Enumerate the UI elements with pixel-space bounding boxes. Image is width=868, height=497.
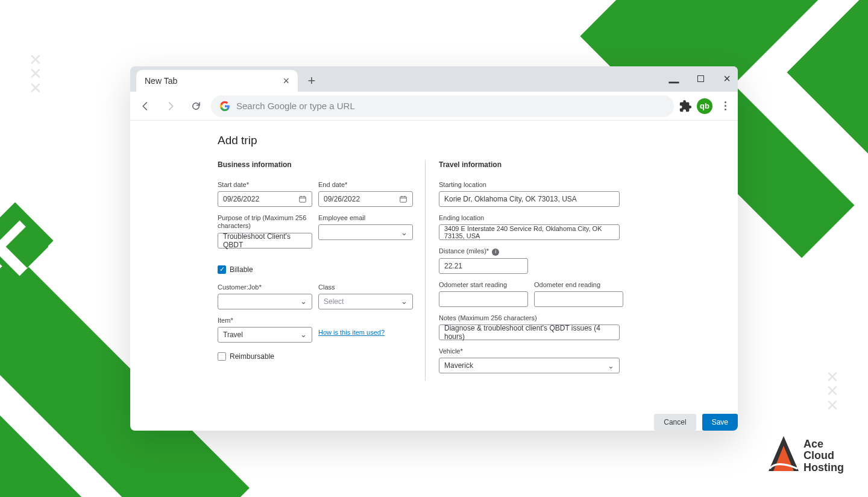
toolbar: Search Google or type a URL qb <box>130 92 738 121</box>
logo-mark <box>767 435 800 472</box>
ending-location-input[interactable]: 3409 E Interstate 240 Service Rd, Oklaho… <box>439 224 620 240</box>
chevron-down-icon: ⌄ <box>300 297 307 306</box>
tab-strip: New Tab × + × <box>130 66 738 92</box>
menu-button[interactable] <box>717 101 733 110</box>
reload-button[interactable] <box>186 96 206 116</box>
purpose-input[interactable]: Troubleshoot Client's QBDT <box>218 233 312 248</box>
address-bar[interactable]: Search Google or type a URL <box>211 95 674 117</box>
business-info-column: Business information Start date* 09/26/2… <box>218 160 426 381</box>
field-label: Purpose of trip (Maximum 256 characters) <box>218 214 312 230</box>
input-value: Maverick <box>444 361 473 370</box>
field-label: Vehicle* <box>439 347 631 355</box>
page-title: Add trip <box>218 134 650 147</box>
start-date-input[interactable]: 09/26/2022 <box>218 191 312 207</box>
field-label: Notes (Maximum 256 characters) <box>439 314 631 322</box>
distance-input[interactable]: 22.21 <box>439 258 528 274</box>
input-value: Korie Dr, Oklahoma City, OK 73013, USA <box>444 195 577 203</box>
field-label: End date* <box>318 181 413 189</box>
starting-location-input[interactable]: Korie Dr, Oklahoma City, OK 73013, USA <box>439 191 620 207</box>
close-icon[interactable]: × <box>283 75 289 87</box>
omnibox-placeholder: Search Google or type a URL <box>236 101 355 111</box>
vehicle-field: Vehicle* Maverick ⌄ <box>439 347 631 373</box>
logo-line: Ace <box>804 438 844 451</box>
input-value: Troubleshoot Client's QBDT <box>223 232 307 249</box>
calendar-icon <box>298 195 307 203</box>
quickbooks-extension-icon[interactable]: qb <box>697 98 712 114</box>
input-value: Select <box>324 297 344 306</box>
field-label: Ending location <box>439 214 631 222</box>
field-label: Odometer start reading <box>439 281 528 289</box>
window-controls: × <box>667 71 734 86</box>
page-content: Add trip Business information Start date… <box>130 121 738 431</box>
logo-line: Hosting <box>804 462 844 474</box>
input-value: Travel <box>223 331 243 339</box>
ace-cloud-hosting-logo: Ace Cloud Hosting <box>767 435 844 474</box>
field-label: Customer:Job* <box>218 283 312 291</box>
cancel-button[interactable]: Cancel <box>654 414 696 431</box>
browser-window: New Tab × + × Search Google or type a UR… <box>130 66 738 431</box>
maximize-button[interactable] <box>693 71 708 86</box>
input-value: 09/26/2022 <box>324 195 360 203</box>
odometer-end-field: Odometer end reading <box>534 281 623 307</box>
checkbox-label: Billable <box>230 265 253 274</box>
odometer-start-input[interactable] <box>439 291 528 307</box>
start-date-field: Start date* 09/26/2022 <box>218 181 312 207</box>
starting-location-field: Starting location Korie Dr, Oklahoma Cit… <box>439 181 631 207</box>
action-buttons: Cancel Save <box>654 414 738 431</box>
input-value: Diagnose & troubleshoot client's QBDT is… <box>444 324 614 341</box>
logo-text: Ace Cloud Hosting <box>804 438 844 474</box>
odometer-start-field: Odometer start reading <box>439 281 528 307</box>
calendar-icon <box>399 195 407 203</box>
tab-title: New Tab <box>145 76 177 86</box>
notes-input[interactable]: Diagnose & troubleshoot client's QBDT is… <box>439 324 620 340</box>
item-help-link[interactable]: How is this item used? <box>318 329 413 336</box>
label-text: Distance (miles)* <box>439 247 489 255</box>
employee-email-select[interactable]: ⌄ <box>318 224 413 240</box>
close-button[interactable]: × <box>720 71 734 86</box>
class-field: Class Select ⌄ <box>318 283 413 309</box>
decoration-x: ✕✕✕ <box>29 53 42 95</box>
svg-rect-1 <box>300 197 306 202</box>
forward-button[interactable] <box>160 96 181 116</box>
decoration-x: ✕✕✕ <box>826 370 839 413</box>
new-tab-button[interactable]: + <box>303 72 321 90</box>
vehicle-select[interactable]: Maverick ⌄ <box>439 358 620 373</box>
svg-rect-5 <box>400 197 407 202</box>
travel-info-column: Travel information Starting location Kor… <box>426 160 631 381</box>
customer-job-select[interactable]: ⌄ <box>218 294 312 309</box>
checkbox-icon <box>218 352 226 361</box>
field-label: Employee email <box>318 214 413 222</box>
billable-checkbox-row[interactable]: ✓ Billable <box>218 265 413 274</box>
form-columns: Business information Start date* 09/26/2… <box>218 160 650 381</box>
chevron-down-icon: ⌄ <box>608 361 614 370</box>
tab-new[interactable]: New Tab × <box>136 70 298 92</box>
odometer-end-input[interactable] <box>534 291 623 307</box>
checkbox-label: Reimbursable <box>230 352 274 361</box>
input-value: 09/26/2022 <box>223 195 259 203</box>
google-icon <box>219 101 230 112</box>
input-value: 22.21 <box>444 262 462 270</box>
ending-location-field: Ending location 3409 E Interstate 240 Se… <box>439 214 631 240</box>
field-label: Start date* <box>218 181 312 189</box>
section-heading: Business information <box>218 160 413 169</box>
minimize-button[interactable] <box>667 71 681 86</box>
item-field: Item* Travel ⌄ <box>218 317 312 343</box>
save-button[interactable]: Save <box>702 414 738 431</box>
chevron-down-icon: ⌄ <box>401 297 407 306</box>
reimbursable-checkbox-row[interactable]: Reimbursable <box>218 352 413 361</box>
end-date-field: End date* 09/26/2022 <box>318 181 413 207</box>
extensions-icon[interactable] <box>679 100 692 113</box>
class-select[interactable]: Select ⌄ <box>318 294 413 309</box>
logo-line: Cloud <box>804 450 844 462</box>
item-select[interactable]: Travel ⌄ <box>218 327 312 343</box>
field-label: Distance (miles)* i <box>439 247 528 255</box>
chevron-down-icon: ⌄ <box>300 330 307 339</box>
employee-email-field: Employee email ⌄ <box>318 214 413 248</box>
end-date-input[interactable]: 09/26/2022 <box>318 191 413 207</box>
info-icon[interactable]: i <box>492 248 499 256</box>
input-value: 3409 E Interstate 240 Service Rd, Oklaho… <box>444 225 614 239</box>
section-heading: Travel information <box>439 160 631 169</box>
back-button[interactable] <box>135 96 156 116</box>
field-label: Starting location <box>439 181 631 189</box>
checkbox-icon: ✓ <box>218 265 226 274</box>
